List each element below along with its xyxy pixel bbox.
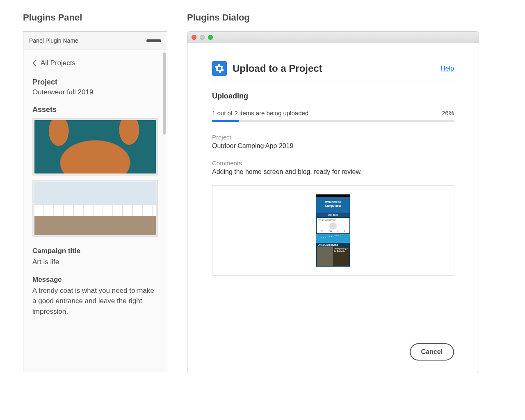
phone-mockup: Welcome to Campvibes! OUR BLOG YOUR LATE…	[316, 194, 350, 267]
back-button[interactable]: All Projects	[32, 59, 158, 67]
project-field-value: Outdoor Camping App 2019	[212, 142, 454, 150]
panel-header-label: Panel Plugin Name	[29, 37, 78, 44]
phone-card-title: YOUR LATEST TRIP	[318, 219, 348, 221]
panel-header: Panel Plugin Name	[23, 32, 167, 50]
progress-bar	[212, 120, 454, 122]
project-label: Project	[32, 78, 158, 87]
dialog-section-title: Plugins Dialog	[187, 12, 479, 23]
asset-item[interactable]	[32, 118, 158, 176]
panel-scrollbar[interactable]	[163, 52, 166, 135]
plugins-dialog: Upload to a Project Help Uploading 1 out…	[187, 31, 479, 373]
maximize-window-button[interactable]	[208, 35, 213, 40]
project-name: Outerwear fall 2019	[32, 88, 158, 96]
asset-thumbnail	[34, 120, 156, 173]
asset-item[interactable]	[32, 180, 158, 237]
panel-header-handle[interactable]	[146, 39, 161, 42]
dialog-header: Upload to a Project Help	[212, 61, 454, 82]
phone-welcome: Welcome to Campvibes!	[316, 197, 350, 212]
window-controls	[192, 35, 213, 40]
phone-blog-button: OUR BLOG	[316, 212, 350, 217]
chevron-left-icon	[32, 60, 37, 66]
comments-field-value: Adding the home screen and blog, ready f…	[212, 168, 454, 176]
minimize-window-button[interactable]	[200, 35, 205, 40]
message-label: Message	[32, 276, 158, 284]
progress-status-row: 1 out of 2 items are being uploaded 26%	[212, 110, 454, 116]
plugins-panel: Panel Plugin Name All Projects Project O…	[23, 31, 167, 373]
dialog-body: Upload to a Project Help Uploading 1 out…	[187, 43, 479, 373]
help-link[interactable]: Help	[441, 65, 454, 72]
project-field-label: Project	[212, 134, 454, 141]
close-window-button[interactable]	[192, 35, 196, 40]
dialog-heading: Upload to a Project	[233, 63, 435, 74]
upload-preview: Welcome to Campvibes! OUR BLOG YOUR LATE…	[212, 185, 454, 276]
progress-fill	[212, 120, 239, 122]
gear-icon	[212, 61, 227, 76]
cancel-button[interactable]: Cancel	[410, 343, 454, 361]
window-titlebar	[187, 32, 479, 43]
panel-section-title: Plugins Panel	[23, 12, 167, 23]
campaign-value: Art is life	[32, 257, 158, 267]
dialog-footer: Cancel	[212, 343, 454, 361]
asset-thumbnail	[34, 182, 156, 235]
uploading-label: Uploading	[212, 92, 454, 100]
message-value: A trendy coat is what you need to make a…	[32, 285, 158, 317]
comments-field-label: Comments	[212, 160, 454, 167]
assets-list	[32, 118, 158, 237]
progress-percent: 26%	[442, 110, 454, 116]
campaign-label: Campaign title	[32, 247, 158, 255]
back-label: All Projects	[41, 59, 75, 67]
panel-body: All Projects Project Outerwear fall 2019…	[23, 50, 167, 373]
assets-label: Assets	[32, 105, 158, 114]
phone-adventures-label: LATEST ADVENTURES	[316, 243, 350, 247]
progress-status-text: 1 out of 2 items are being uploaded	[212, 110, 308, 116]
